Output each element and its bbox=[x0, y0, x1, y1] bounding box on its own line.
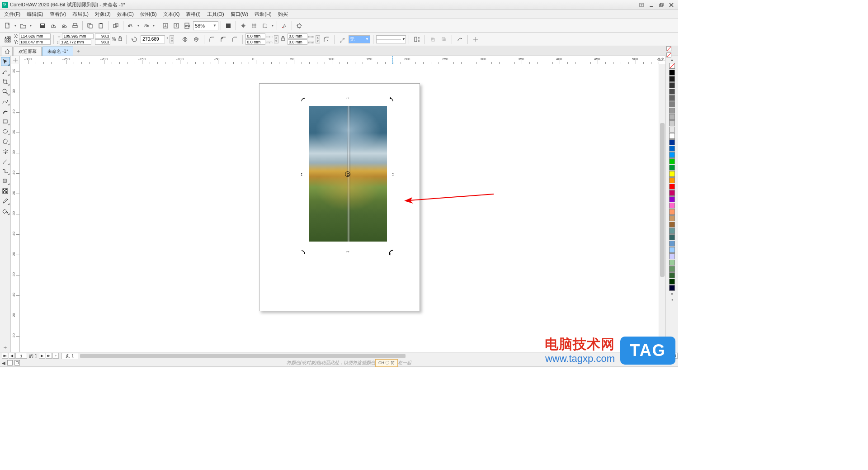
open-dropdown[interactable]: ▼ bbox=[29, 24, 33, 27]
corner-br-input[interactable] bbox=[288, 39, 307, 45]
corner-bl-input[interactable] bbox=[245, 39, 265, 45]
swatch-none[interactable] bbox=[669, 63, 675, 69]
rotation-input[interactable] bbox=[141, 35, 165, 43]
page-tab-1[interactable]: 页 1 bbox=[61, 353, 78, 359]
menu-buy[interactable]: 购买 bbox=[275, 10, 291, 19]
swatch[interactable] bbox=[669, 184, 675, 190]
palette-fly[interactable]: ◂ bbox=[670, 297, 675, 302]
zoom-level[interactable]: 58%▼ bbox=[193, 21, 218, 30]
shape-tool[interactable] bbox=[1, 67, 10, 76]
swatch[interactable] bbox=[669, 89, 675, 95]
swatch[interactable] bbox=[669, 234, 675, 240]
parallel-dim-tool[interactable] bbox=[1, 157, 10, 166]
undo-button[interactable] bbox=[126, 21, 136, 31]
swatch[interactable] bbox=[669, 272, 675, 278]
swatch[interactable] bbox=[669, 253, 675, 259]
artistic-media-tool[interactable] bbox=[1, 107, 10, 116]
home-tab[interactable] bbox=[2, 47, 13, 56]
outline-width-select[interactable]: 无▼ bbox=[349, 35, 370, 43]
freehand-tool[interactable] bbox=[1, 97, 10, 106]
scale-y-input[interactable] bbox=[95, 39, 110, 45]
menu-window[interactable]: 窗口(W) bbox=[227, 10, 252, 19]
swatch[interactable] bbox=[669, 279, 675, 285]
convert-curves-button[interactable] bbox=[455, 34, 465, 44]
palette-down[interactable]: ▼ bbox=[670, 291, 675, 297]
connector-tool[interactable] bbox=[1, 166, 10, 176]
corner-spinner-1[interactable]: ▲▼ bbox=[274, 35, 278, 43]
swatch[interactable] bbox=[669, 266, 675, 272]
ruler-origin[interactable] bbox=[11, 56, 20, 64]
new-dropdown[interactable]: ▼ bbox=[14, 24, 17, 27]
swatch[interactable] bbox=[669, 82, 675, 88]
redo-dropdown[interactable]: ▼ bbox=[152, 24, 156, 27]
add-preset-button[interactable] bbox=[471, 34, 481, 44]
import-button[interactable] bbox=[160, 21, 170, 31]
add-tab-button[interactable]: + bbox=[74, 47, 83, 56]
swatch[interactable] bbox=[669, 241, 675, 247]
swatch[interactable] bbox=[669, 165, 675, 171]
crop-tool[interactable] bbox=[1, 77, 10, 86]
lock-ratio-button[interactable] bbox=[117, 34, 123, 45]
swatch[interactable] bbox=[669, 120, 675, 126]
first-page-button[interactable]: ⏮ bbox=[2, 353, 8, 359]
fullscreen-button[interactable] bbox=[223, 21, 233, 31]
publish-pdf-button[interactable]: PDF bbox=[182, 21, 192, 31]
vertical-scrollbar[interactable] bbox=[659, 64, 665, 352]
swatch[interactable] bbox=[669, 190, 675, 196]
transparency-tool[interactable] bbox=[1, 186, 10, 195]
polygon-tool[interactable] bbox=[1, 137, 10, 146]
new-button[interactable] bbox=[3, 21, 13, 31]
page-number-input[interactable] bbox=[15, 353, 27, 359]
swatch[interactable] bbox=[669, 146, 675, 152]
add-tool-button[interactable]: + bbox=[1, 343, 10, 352]
scale-x-input[interactable] bbox=[95, 33, 110, 39]
swatch[interactable] bbox=[669, 196, 675, 202]
relative-corner-button[interactable] bbox=[321, 34, 331, 44]
snap-grid-button[interactable] bbox=[249, 21, 259, 31]
fill-tool[interactable] bbox=[1, 206, 10, 215]
print-button[interactable] bbox=[70, 21, 80, 31]
clone-button[interactable] bbox=[111, 21, 121, 31]
swatch[interactable] bbox=[669, 158, 675, 164]
doc-swatch-2[interactable] bbox=[14, 360, 20, 366]
swatch[interactable] bbox=[669, 70, 675, 76]
cloud-up-button[interactable] bbox=[48, 21, 58, 31]
help-icon[interactable]: ? bbox=[637, 1, 646, 9]
width-input[interactable] bbox=[62, 33, 94, 39]
swatch[interactable] bbox=[669, 247, 675, 253]
cloud-down-button[interactable] bbox=[59, 21, 69, 31]
object-origin-button[interactable] bbox=[3, 34, 13, 44]
export-button[interactable] bbox=[171, 21, 181, 31]
document-tab[interactable]: 未命名 -1* bbox=[42, 47, 73, 56]
pick-tool[interactable] bbox=[1, 57, 10, 66]
doc-swatch-1[interactable] bbox=[7, 360, 13, 366]
doc-palette-left[interactable]: ◀ bbox=[2, 361, 5, 366]
redo-button[interactable] bbox=[141, 21, 151, 31]
corner-chamfer-button[interactable] bbox=[230, 34, 240, 44]
swatch[interactable] bbox=[669, 108, 675, 114]
copy-button[interactable] bbox=[85, 21, 95, 31]
menu-edit[interactable]: 编辑(E) bbox=[24, 10, 47, 19]
welcome-tab[interactable]: 欢迎屏幕 bbox=[14, 47, 42, 56]
swatch[interactable] bbox=[669, 101, 675, 107]
outline-swatch-none[interactable] bbox=[666, 52, 671, 57]
prev-page-button[interactable]: ◀ bbox=[9, 353, 15, 359]
text-tool[interactable]: 字 bbox=[1, 147, 10, 156]
snap-rulers-button[interactable] bbox=[238, 21, 248, 31]
menu-bitmap[interactable]: 位图(B) bbox=[137, 10, 160, 19]
palette-up[interactable]: ▲ bbox=[670, 57, 675, 62]
menu-view[interactable]: 查看(V) bbox=[47, 10, 70, 19]
restore-button[interactable] bbox=[656, 1, 666, 9]
mirror-h-button[interactable] bbox=[180, 34, 190, 44]
corner-round-button[interactable] bbox=[207, 34, 217, 44]
wrap-text-button[interactable] bbox=[412, 34, 422, 44]
swatch[interactable] bbox=[669, 171, 675, 177]
swatch[interactable] bbox=[669, 95, 675, 101]
rectangle-tool[interactable] bbox=[1, 117, 10, 126]
swatch[interactable] bbox=[669, 228, 675, 234]
swatch[interactable] bbox=[669, 203, 675, 209]
menu-layout[interactable]: 布局(L) bbox=[69, 10, 91, 19]
snap-dropdown[interactable]: ▼ bbox=[271, 24, 274, 27]
paste-button[interactable] bbox=[96, 21, 106, 31]
save-button[interactable] bbox=[38, 21, 47, 31]
